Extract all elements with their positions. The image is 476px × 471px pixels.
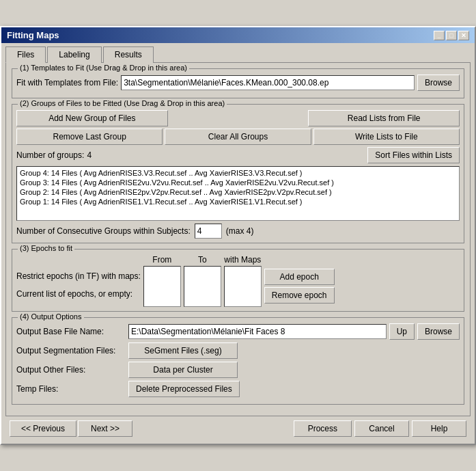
section-output: (4) Output Options Output Base File Name… [12,317,464,405]
window-content: Files Labeling Results (1) Templates to … [1,43,475,444]
list-item: Group 2: 14 Files ( Avg AdrienRISE2pv.V2… [18,187,458,197]
title-bar: Fitting Maps _ □ ✕ [1,27,475,43]
seg-files-button[interactable]: SeGment Files (.seg) [128,342,238,359]
output-seg-row: Output Segmentation Files: SeGment Files… [16,342,460,359]
section-groups-title: (2) Groups of Files to be Fitted (Use Dr… [18,99,227,107]
fit-label: Fit with Templates from File: [16,78,118,88]
section-templates: (1) Templates to Fit (Use Drag & Drop in… [12,68,464,98]
section-epochs: (3) Epochs to fit Restrict epochs (in TF… [12,249,464,312]
tab-files[interactable]: Files [5,46,46,63]
cancel-button[interactable]: Cancel [354,420,409,437]
read-lists-button[interactable]: Read Lists from File [308,110,460,126]
sort-files-button[interactable]: Sort Files within Lists [367,147,460,163]
list-item: Group 3: 14 Files ( Avg AdrienRISE2vu.V2… [18,178,458,187]
output-other-label: Output Other Files: [16,365,126,375]
template-browse-button[interactable]: Browse [417,75,460,91]
tab-bar: Files Labeling Results [5,46,471,62]
help-button[interactable]: Help [412,420,466,437]
list-item: Group 4: 14 Files ( Avg AdrienRISE3.V3.R… [18,168,458,178]
title-bar-buttons: _ □ ✕ [434,31,469,40]
epoch-labels-col: Restrict epochs (in TF) with maps: Curre… [16,255,141,307]
section-groups: (2) Groups of Files to be Fitted (Use Dr… [12,104,464,243]
consecutive-max: (max 4) [226,226,254,236]
epoch-header-row: From To with Maps [143,255,262,265]
tab-labeling[interactable]: Labeling [47,46,101,63]
tab-content-files: (1) Templates to Fit (Use Drag & Drop in… [5,62,471,416]
epoch-textboxes-row [143,266,262,307]
temp-files-row: Temp Files: Delete Preprocessed Files [16,381,460,397]
epoch-col-from: From [143,255,181,265]
output-up-button[interactable]: Up [389,323,415,340]
add-group-button[interactable]: Add New Group of Files [16,110,168,126]
groups-listbox: Group 4: 14 Files ( Avg AdrienRISE3.V3.R… [16,166,460,221]
consecutive-label: Number of Consecutive Groups within Subj… [16,226,191,236]
epoch-maps-input[interactable] [224,266,262,307]
groups-buttons-row2: Remove Last Group Clear All Groups Write… [16,129,460,145]
section-output-title: (4) Output Options [18,312,84,321]
output-other-row: Output Other Files: Data per Cluster [16,362,460,378]
output-browse-button[interactable]: Browse [417,323,460,340]
window-title: Fitting Maps [7,30,59,40]
epoch-inputs-area: From To with Maps [143,255,262,307]
tab-results[interactable]: Results [103,46,154,63]
next-button[interactable]: Next >> [78,420,132,437]
process-button[interactable]: Process [294,420,352,437]
main-window: Fitting Maps _ □ ✕ Files Labeling Result… [0,26,476,445]
minimize-button[interactable]: _ [434,31,445,40]
consecutive-row: Number of Consecutive Groups within Subj… [16,224,460,239]
epoch-buttons-col: Add epoch Remove epoch [264,255,335,307]
bottom-bar: << Previous Next >> Process Cancel Help [5,416,471,440]
output-base-row: Output Base File Name: Up Browse [16,323,460,340]
previous-button[interactable]: << Previous [10,420,76,437]
temp-files-label: Temp Files: [16,384,126,394]
write-lists-button[interactable]: Write Lists to File [313,129,460,145]
epoch-col-to: To [184,255,221,265]
action-buttons: Process Cancel Help [294,420,466,437]
list-item: Group 1: 14 Files ( Avg AdrienRISE1.V1.R… [18,197,458,206]
template-file-input[interactable] [121,75,415,90]
section-epochs-title: (3) Epochs to fit [18,244,74,252]
section-templates-title: (1) Templates to Fit (Use Drag & Drop in… [18,64,189,72]
epoch-col-maps: with Maps [224,255,262,265]
output-base-label: Output Base File Name: [16,327,126,336]
nav-buttons: << Previous Next >> [10,420,132,437]
close-button[interactable]: ✕ [458,31,469,40]
epochs-area: Restrict epochs (in TF) with maps: Curre… [16,255,460,307]
remove-group-button[interactable]: Remove Last Group [16,129,163,145]
num-groups-row: Number of groups: 4 Sort Files within Li… [16,147,460,163]
maximize-button[interactable]: □ [446,31,457,40]
other-files-button[interactable]: Data per Cluster [128,362,238,378]
consecutive-input[interactable] [195,224,222,239]
output-base-input[interactable] [128,324,387,339]
epoch-row2-label: Current list of epochs, or empty: [16,286,141,301]
groups-buttons-row1: Add New Group of Files Read Lists from F… [16,110,460,126]
temp-files-button[interactable]: Delete Preprocessed Files [128,381,240,397]
num-groups-value: 4 [87,150,92,160]
clear-groups-button[interactable]: Clear All Groups [165,129,311,145]
epoch-from-input[interactable] [143,266,181,307]
num-groups-label: Number of groups: [16,150,84,160]
add-epoch-button[interactable]: Add epoch [264,269,335,285]
epoch-to-input[interactable] [184,266,221,307]
remove-epoch-button[interactable]: Remove epoch [264,287,335,304]
output-seg-label: Output Segmentation Files: [16,346,126,355]
epoch-row1-label: Restrict epochs (in TF) with maps: [16,269,141,284]
template-file-row: Fit with Templates from File: Browse [16,75,460,91]
